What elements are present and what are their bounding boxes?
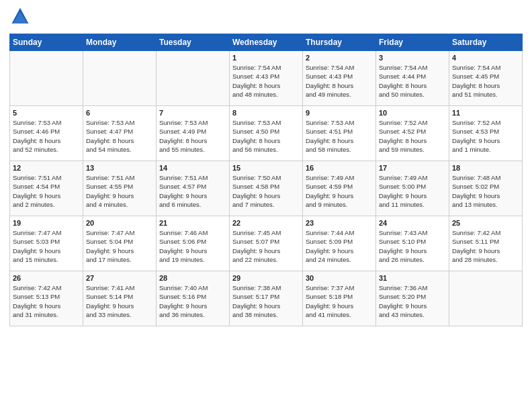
day-number: 18 bbox=[452, 164, 519, 172]
calendar-cell: 11Sunrise: 7:52 AM Sunset: 4:53 PM Dayli… bbox=[449, 106, 523, 161]
weekday-header-row: SundayMondayTuesdayWednesdayThursdayFrid… bbox=[10, 34, 523, 51]
day-info: Sunrise: 7:54 AM Sunset: 4:43 PM Dayligh… bbox=[306, 63, 373, 99]
day-info: Sunrise: 7:43 AM Sunset: 5:10 PM Dayligh… bbox=[379, 228, 446, 264]
day-info: Sunrise: 7:37 AM Sunset: 5:18 PM Dayligh… bbox=[306, 283, 373, 319]
day-number: 12 bbox=[13, 164, 80, 172]
day-info: Sunrise: 7:49 AM Sunset: 5:00 PM Dayligh… bbox=[379, 173, 446, 209]
day-info: Sunrise: 7:48 AM Sunset: 5:02 PM Dayligh… bbox=[452, 173, 519, 209]
day-info: Sunrise: 7:36 AM Sunset: 5:20 PM Dayligh… bbox=[379, 283, 446, 319]
calendar-body: 1Sunrise: 7:54 AM Sunset: 4:43 PM Daylig… bbox=[10, 51, 523, 326]
calendar-cell: 19Sunrise: 7:47 AM Sunset: 5:03 PM Dayli… bbox=[10, 216, 83, 271]
day-number: 27 bbox=[86, 274, 153, 282]
day-number: 9 bbox=[306, 109, 373, 117]
day-info: Sunrise: 7:51 AM Sunset: 4:54 PM Dayligh… bbox=[13, 173, 80, 209]
logo-icon bbox=[9, 7, 31, 28]
calendar-cell: 3Sunrise: 7:54 AM Sunset: 4:44 PM Daylig… bbox=[376, 51, 449, 106]
calendar-cell: 13Sunrise: 7:51 AM Sunset: 4:55 PM Dayli… bbox=[83, 161, 157, 216]
day-number: 25 bbox=[452, 219, 519, 227]
calendar-cell: 29Sunrise: 7:38 AM Sunset: 5:17 PM Dayli… bbox=[230, 271, 303, 326]
day-info: Sunrise: 7:52 AM Sunset: 4:52 PM Dayligh… bbox=[379, 118, 446, 154]
day-number: 15 bbox=[232, 164, 300, 172]
page-header bbox=[9, 7, 523, 28]
calendar-cell bbox=[10, 51, 83, 106]
day-info: Sunrise: 7:53 AM Sunset: 4:47 PM Dayligh… bbox=[86, 118, 153, 154]
day-number: 5 bbox=[13, 109, 80, 117]
day-info: Sunrise: 7:47 AM Sunset: 5:03 PM Dayligh… bbox=[13, 228, 80, 264]
calendar-cell bbox=[157, 51, 230, 106]
calendar-cell: 25Sunrise: 7:42 AM Sunset: 5:11 PM Dayli… bbox=[449, 216, 523, 271]
day-info: Sunrise: 7:44 AM Sunset: 5:09 PM Dayligh… bbox=[306, 228, 373, 264]
calendar: SundayMondayTuesdayWednesdayThursdayFrid… bbox=[9, 34, 523, 326]
day-info: Sunrise: 7:46 AM Sunset: 5:06 PM Dayligh… bbox=[159, 228, 226, 264]
day-info: Sunrise: 7:38 AM Sunset: 5:17 PM Dayligh… bbox=[232, 283, 300, 319]
calendar-cell: 9Sunrise: 7:53 AM Sunset: 4:51 PM Daylig… bbox=[303, 106, 376, 161]
day-number: 3 bbox=[379, 54, 446, 62]
day-info: Sunrise: 7:51 AM Sunset: 4:55 PM Dayligh… bbox=[86, 173, 153, 209]
calendar-cell: 27Sunrise: 7:41 AM Sunset: 5:14 PM Dayli… bbox=[83, 271, 157, 326]
day-info: Sunrise: 7:42 AM Sunset: 5:13 PM Dayligh… bbox=[13, 283, 80, 319]
calendar-cell: 30Sunrise: 7:37 AM Sunset: 5:18 PM Dayli… bbox=[303, 271, 376, 326]
day-number: 20 bbox=[86, 219, 153, 227]
day-number: 13 bbox=[86, 164, 153, 172]
day-info: Sunrise: 7:54 AM Sunset: 4:45 PM Dayligh… bbox=[452, 63, 519, 99]
day-number: 16 bbox=[306, 164, 373, 172]
day-info: Sunrise: 7:54 AM Sunset: 4:43 PM Dayligh… bbox=[232, 63, 300, 99]
calendar-cell: 16Sunrise: 7:49 AM Sunset: 4:59 PM Dayli… bbox=[303, 161, 376, 216]
day-info: Sunrise: 7:42 AM Sunset: 5:11 PM Dayligh… bbox=[452, 228, 519, 264]
day-info: Sunrise: 7:40 AM Sunset: 5:16 PM Dayligh… bbox=[159, 283, 226, 319]
day-number: 30 bbox=[306, 274, 373, 282]
day-info: Sunrise: 7:54 AM Sunset: 4:44 PM Dayligh… bbox=[379, 63, 446, 99]
day-number: 14 bbox=[159, 164, 226, 172]
day-number: 29 bbox=[232, 274, 300, 282]
day-info: Sunrise: 7:53 AM Sunset: 4:49 PM Dayligh… bbox=[159, 118, 226, 154]
week-row-1: 1Sunrise: 7:54 AM Sunset: 4:43 PM Daylig… bbox=[10, 51, 523, 106]
logo bbox=[9, 7, 34, 28]
day-number: 26 bbox=[13, 274, 80, 282]
week-row-3: 12Sunrise: 7:51 AM Sunset: 4:54 PM Dayli… bbox=[10, 161, 523, 216]
calendar-cell: 18Sunrise: 7:48 AM Sunset: 5:02 PM Dayli… bbox=[449, 161, 523, 216]
week-row-2: 5Sunrise: 7:53 AM Sunset: 4:46 PM Daylig… bbox=[10, 106, 523, 161]
calendar-cell: 20Sunrise: 7:47 AM Sunset: 5:04 PM Dayli… bbox=[83, 216, 157, 271]
calendar-cell bbox=[449, 271, 523, 326]
day-number: 2 bbox=[306, 54, 373, 62]
weekday-wednesday: Wednesday bbox=[230, 34, 303, 51]
day-info: Sunrise: 7:41 AM Sunset: 5:14 PM Dayligh… bbox=[86, 283, 153, 319]
week-row-4: 19Sunrise: 7:47 AM Sunset: 5:03 PM Dayli… bbox=[10, 216, 523, 271]
weekday-friday: Friday bbox=[376, 34, 449, 51]
day-number: 28 bbox=[159, 274, 226, 282]
calendar-cell: 8Sunrise: 7:53 AM Sunset: 4:50 PM Daylig… bbox=[230, 106, 303, 161]
calendar-cell: 14Sunrise: 7:51 AM Sunset: 4:57 PM Dayli… bbox=[157, 161, 230, 216]
calendar-cell: 6Sunrise: 7:53 AM Sunset: 4:47 PM Daylig… bbox=[83, 106, 157, 161]
day-number: 24 bbox=[379, 219, 446, 227]
day-info: Sunrise: 7:51 AM Sunset: 4:57 PM Dayligh… bbox=[159, 173, 226, 209]
day-number: 10 bbox=[379, 109, 446, 117]
day-number: 31 bbox=[379, 274, 446, 282]
calendar-cell: 17Sunrise: 7:49 AM Sunset: 5:00 PM Dayli… bbox=[376, 161, 449, 216]
calendar-cell bbox=[83, 51, 157, 106]
calendar-cell: 28Sunrise: 7:40 AM Sunset: 5:16 PM Dayli… bbox=[157, 271, 230, 326]
calendar-cell: 21Sunrise: 7:46 AM Sunset: 5:06 PM Dayli… bbox=[157, 216, 230, 271]
calendar-cell: 1Sunrise: 7:54 AM Sunset: 4:43 PM Daylig… bbox=[230, 51, 303, 106]
weekday-sunday: Sunday bbox=[10, 34, 83, 51]
weekday-monday: Monday bbox=[83, 34, 157, 51]
calendar-cell: 10Sunrise: 7:52 AM Sunset: 4:52 PM Dayli… bbox=[376, 106, 449, 161]
day-number: 7 bbox=[159, 109, 226, 117]
day-number: 4 bbox=[452, 54, 519, 62]
day-number: 23 bbox=[306, 219, 373, 227]
weekday-thursday: Thursday bbox=[303, 34, 376, 51]
calendar-cell: 7Sunrise: 7:53 AM Sunset: 4:49 PM Daylig… bbox=[157, 106, 230, 161]
calendar-cell: 12Sunrise: 7:51 AM Sunset: 4:54 PM Dayli… bbox=[10, 161, 83, 216]
day-info: Sunrise: 7:53 AM Sunset: 4:46 PM Dayligh… bbox=[13, 118, 80, 154]
day-info: Sunrise: 7:53 AM Sunset: 4:51 PM Dayligh… bbox=[306, 118, 373, 154]
day-number: 1 bbox=[232, 54, 300, 62]
day-info: Sunrise: 7:50 AM Sunset: 4:58 PM Dayligh… bbox=[232, 173, 300, 209]
calendar-cell: 15Sunrise: 7:50 AM Sunset: 4:58 PM Dayli… bbox=[230, 161, 303, 216]
week-row-5: 26Sunrise: 7:42 AM Sunset: 5:13 PM Dayli… bbox=[10, 271, 523, 326]
day-number: 6 bbox=[86, 109, 153, 117]
calendar-cell: 23Sunrise: 7:44 AM Sunset: 5:09 PM Dayli… bbox=[303, 216, 376, 271]
day-number: 11 bbox=[452, 109, 519, 117]
calendar-cell: 31Sunrise: 7:36 AM Sunset: 5:20 PM Dayli… bbox=[376, 271, 449, 326]
calendar-cell: 26Sunrise: 7:42 AM Sunset: 5:13 PM Dayli… bbox=[10, 271, 83, 326]
day-info: Sunrise: 7:45 AM Sunset: 5:07 PM Dayligh… bbox=[232, 228, 300, 264]
day-number: 8 bbox=[232, 109, 300, 117]
